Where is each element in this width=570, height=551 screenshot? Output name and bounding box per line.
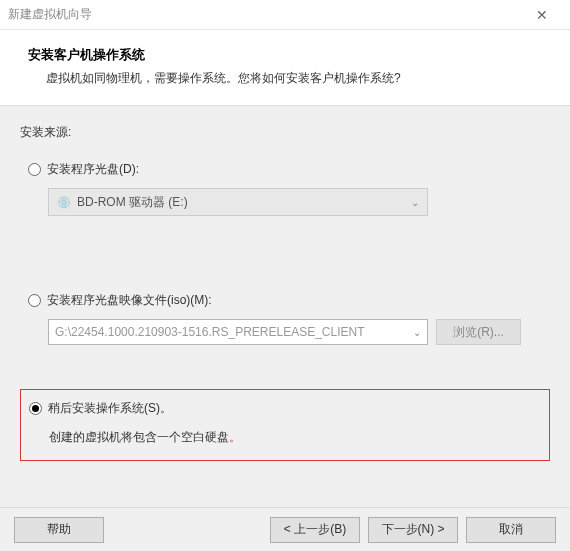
chevron-down-icon: ⌄ (411, 197, 419, 208)
browse-button[interactable]: 浏览(R)... (436, 319, 521, 345)
window-title: 新建虚拟机向导 (8, 6, 522, 23)
close-button[interactable]: ✕ (522, 1, 562, 29)
iso-path-input[interactable]: G:\22454.1000.210903-1516.RS_PRERELEASE_… (48, 319, 428, 345)
wizard-header: 安装客户机操作系统 虚拟机如同物理机，需要操作系统。您将如何安装客户机操作系统? (0, 30, 570, 106)
content-area: 安装来源: 安装程序光盘(D): 💿 BD-ROM 驱动器 (E:) ⌄ 安装程… (0, 106, 570, 471)
back-button[interactable]: < 上一步(B) (270, 517, 360, 543)
disc-drive-dropdown[interactable]: 💿 BD-ROM 驱动器 (E:) ⌄ (48, 188, 428, 216)
disc-icon: 💿 (57, 196, 71, 209)
radio-iso-label: 安装程序光盘映像文件(iso)(M): (47, 292, 212, 309)
titlebar: 新建虚拟机向导 ✕ (0, 0, 570, 30)
chevron-down-icon: ⌄ (409, 327, 421, 338)
radio-icon-selected (29, 402, 42, 415)
iso-path-value: G:\22454.1000.210903-1516.RS_PRERELEASE_… (55, 325, 365, 339)
disc-drive-value: BD-ROM 驱动器 (E:) (77, 194, 188, 211)
next-button[interactable]: 下一步(N) > (368, 517, 458, 543)
option-iso: 安装程序光盘映像文件(iso)(M): G:\22454.1000.210903… (20, 288, 550, 349)
radio-later[interactable]: 稍后安装操作系统(S)。 (29, 400, 541, 417)
help-button[interactable]: 帮助 (14, 517, 104, 543)
option-disc: 安装程序光盘(D): 💿 BD-ROM 驱动器 (E:) ⌄ (20, 157, 550, 220)
page-subtitle: 虚拟机如同物理机，需要操作系统。您将如何安装客户机操作系统? (28, 70, 542, 87)
option-later-highlight: 稍后安装操作系统(S)。 创建的虚拟机将包含一个空白硬盘。 (20, 389, 550, 461)
radio-icon (28, 294, 41, 307)
later-description: 创建的虚拟机将包含一个空白硬盘。 (49, 429, 541, 446)
button-bar: 帮助 < 上一步(B) 下一步(N) > 取消 (0, 507, 570, 551)
radio-later-label: 稍后安装操作系统(S)。 (48, 400, 172, 417)
cancel-button[interactable]: 取消 (466, 517, 556, 543)
close-icon: ✕ (536, 7, 548, 23)
radio-iso[interactable]: 安装程序光盘映像文件(iso)(M): (28, 292, 542, 309)
radio-disc[interactable]: 安装程序光盘(D): (28, 161, 542, 178)
page-title: 安装客户机操作系统 (28, 46, 542, 64)
radio-disc-label: 安装程序光盘(D): (47, 161, 139, 178)
source-label: 安装来源: (20, 124, 550, 141)
radio-icon (28, 163, 41, 176)
